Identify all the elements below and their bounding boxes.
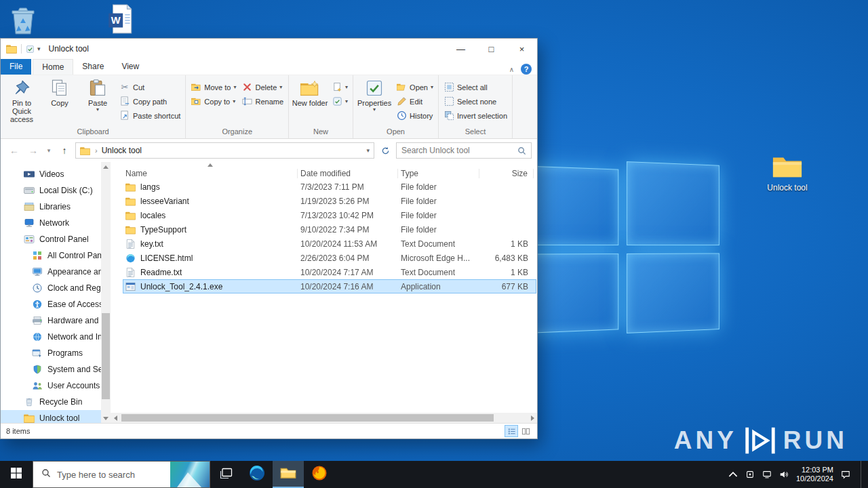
qat-properties-icon[interactable] <box>26 45 35 54</box>
delete-button[interactable]: Delete ▾ <box>239 80 286 94</box>
details-view-button[interactable] <box>505 426 517 436</box>
minimize-button[interactable]: — <box>446 39 476 59</box>
close-button[interactable]: × <box>507 39 537 59</box>
sidebar-item-libraries[interactable]: Libraries <box>1 199 101 215</box>
desktop-icon-word-document[interactable]: W <box>107 3 133 35</box>
address-bar[interactable]: › Unlock tool ▾ <box>75 142 374 159</box>
volume-icon[interactable] <box>779 470 789 479</box>
taskbar-explorer-button[interactable] <box>273 461 304 488</box>
file-row-typesupport[interactable]: TypeSupport9/10/2022 7:34 PMFile folder <box>123 222 536 237</box>
sidebar-item-local-disk-c[interactable]: Local Disk (C:) <box>1 182 101 199</box>
forward-button[interactable]: → <box>25 145 41 156</box>
scroll-down-icon[interactable] <box>101 413 111 423</box>
move-to-button[interactable]: Move to ▾ <box>188 80 239 94</box>
search-highlights-image[interactable] <box>170 462 210 487</box>
start-button[interactable] <box>0 461 33 488</box>
file-row-lesseevariant[interactable]: lesseeVariant1/19/2023 5:26 PMFile folde… <box>123 194 536 208</box>
new-item-button[interactable]: ▾ <box>329 80 351 94</box>
file-row-langs[interactable]: langs7/3/2023 7:11 PMFile folder <box>123 180 536 194</box>
copy-path-button[interactable]: Copy path <box>117 94 183 108</box>
clock[interactable]: 12:03 PM 10/20/2024 <box>796 466 833 483</box>
recent-locations-caret-icon[interactable]: ▾ <box>44 147 54 154</box>
easy-access-button[interactable]: ▾ <box>329 94 351 108</box>
icons-view-button[interactable] <box>519 426 532 436</box>
invert-selection-button[interactable]: Invert selection <box>441 108 510 123</box>
column-header-size[interactable]: Size <box>479 169 534 178</box>
search-icon[interactable] <box>517 146 526 155</box>
sidebar-item-clock-and-regi[interactable]: Clock and Regi <box>1 280 101 296</box>
column-header-type[interactable]: Type <box>398 169 479 178</box>
scroll-left-icon[interactable] <box>111 413 120 423</box>
explorer-search-input[interactable]: Search Unlock tool <box>396 142 532 159</box>
file-row-license-html[interactable]: LICENSE.html2/26/2023 6:04 PMMicrosoft E… <box>123 251 536 265</box>
sidebar-item-network-and-in[interactable]: Network and In <box>1 329 101 345</box>
pin-to-quick-access-button[interactable]: Pin to Quick access <box>3 77 41 123</box>
sidebar-item-network[interactable]: Network <box>1 215 101 231</box>
breadcrumb[interactable]: Unlock tool <box>102 146 142 155</box>
sidebar-item-programs[interactable]: Programs <box>1 345 101 361</box>
sidebar-item-ease-of-access[interactable]: Ease of Access <box>1 296 101 312</box>
tab-file[interactable]: File <box>1 59 31 75</box>
action-center-button[interactable] <box>841 470 850 479</box>
sidebar-item-control-panel[interactable]: Control Panel <box>1 231 101 247</box>
desktop-icon-unlock-tool[interactable]: Unlock tool <box>758 153 816 192</box>
refresh-button[interactable] <box>377 142 393 159</box>
paste-button[interactable]: Paste ▾ <box>79 77 117 113</box>
taskbar: Type here to search 12:03 PM 10/20/2024 <box>0 461 868 488</box>
tray-app-icon[interactable] <box>745 470 755 479</box>
sidebar-scrollbar[interactable] <box>101 162 111 423</box>
scrollbar-thumb[interactable] <box>121 414 494 422</box>
hidden-icons-button[interactable] <box>728 470 738 479</box>
back-button[interactable]: ← <box>6 145 22 156</box>
task-view-button[interactable] <box>210 461 241 488</box>
scrollbar-thumb[interactable] <box>102 313 110 399</box>
sidebar-item-unlock-tool[interactable]: Unlock tool <box>1 410 101 423</box>
scroll-right-icon[interactable] <box>528 413 537 423</box>
maximize-button[interactable]: □ <box>476 39 507 59</box>
sidebar-item-videos[interactable]: Videos <box>1 166 101 182</box>
sidebar-item-user-accounts[interactable]: User Accounts <box>1 378 101 394</box>
properties-button[interactable]: Properties ▾ <box>355 77 393 113</box>
copy-button[interactable]: Copy <box>41 77 79 107</box>
scroll-up-icon[interactable] <box>101 162 111 171</box>
select-all-button[interactable]: Select all <box>441 80 510 94</box>
dropdown-caret-icon: ▾ <box>373 107 376 113</box>
select-none-button[interactable]: Select none <box>441 94 510 108</box>
file-row-readme-txt[interactable]: Readme.txt10/20/2024 7:17 AMText Documen… <box>123 265 536 279</box>
tab-share[interactable]: Share <box>73 59 113 75</box>
collapse-ribbon-icon[interactable]: ∧ <box>509 66 514 73</box>
sidebar-item-hardware-and[interactable]: Hardware and <box>1 312 101 329</box>
file-row-key-txt[interactable]: key.txt10/20/2024 11:53 AMText Document1… <box>123 237 536 251</box>
copy-to-button[interactable]: Copy to ▾ <box>188 94 239 108</box>
sidebar-item-all-control-pan[interactable]: All Control Pan <box>1 247 101 264</box>
tab-view[interactable]: View <box>113 59 148 75</box>
sidebar-item-system-and-se[interactable]: System and Se <box>1 361 101 378</box>
desktop-icon-recycle-bin[interactable] <box>8 4 38 37</box>
taskbar-edge-button[interactable] <box>241 461 273 488</box>
tab-home[interactable]: Home <box>33 59 73 75</box>
taskbar-firefox-button[interactable] <box>304 461 335 488</box>
up-button[interactable]: ↑ <box>56 145 73 156</box>
history-button[interactable]: History <box>393 108 436 123</box>
button-label: Copy to <box>204 98 230 106</box>
cut-button[interactable]: ✂ Cut <box>117 80 183 94</box>
column-header-date-modified[interactable]: Date modified <box>298 169 398 178</box>
titlebar[interactable]: ▾ Unlock tool — □ × <box>1 39 537 59</box>
show-desktop-button[interactable] <box>861 461 864 488</box>
file-row-locales[interactable]: locales7/13/2023 10:42 PMFile folder <box>123 208 536 222</box>
file-row-unlock-tool-2-4-1-exe[interactable]: Unlock_Tool_2.4.1.exe10/20/2024 7:16 AMA… <box>123 279 536 293</box>
network-icon[interactable] <box>762 470 772 479</box>
edit-button[interactable]: Edit <box>393 94 436 108</box>
rename-button[interactable]: Rename <box>239 94 286 108</box>
sidebar-item-recycle-bin[interactable]: Recycle Bin <box>1 394 101 410</box>
horizontal-scrollbar[interactable] <box>111 413 537 423</box>
address-dropdown-caret-icon[interactable]: ▾ <box>366 147 370 154</box>
taskbar-search-input[interactable]: Type here to search <box>33 461 210 488</box>
paste-shortcut-button[interactable]: Paste shortcut <box>117 108 183 123</box>
qat-customize-caret-icon[interactable]: ▾ <box>37 45 41 52</box>
sidebar-item-appearance-an[interactable]: Appearance an <box>1 264 101 280</box>
help-button[interactable]: ? <box>521 64 532 75</box>
column-header-name[interactable]: Name <box>123 169 298 178</box>
new-folder-button[interactable]: New folder <box>291 77 329 107</box>
open-button[interactable]: Open ▾ <box>393 80 436 94</box>
